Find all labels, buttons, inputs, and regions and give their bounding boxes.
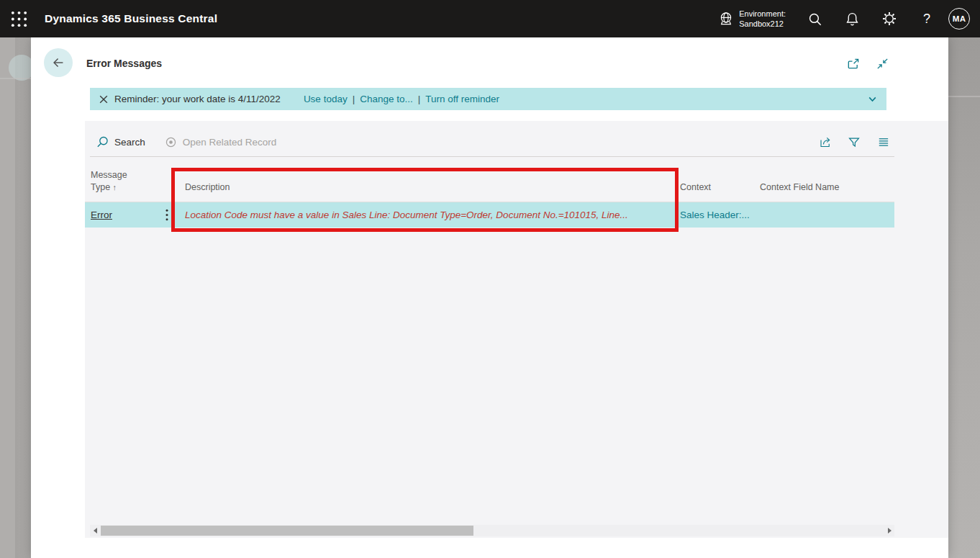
list-toolbar: Search Open Related Record xyxy=(90,131,894,153)
user-avatar[interactable]: MA xyxy=(948,8,970,30)
column-header-context-field-name[interactable]: Context Field Name xyxy=(760,182,839,192)
column-header-message-type[interactable]: Message xyxy=(91,170,127,180)
help-icon[interactable]: ? xyxy=(908,0,945,37)
row-more-options-icon[interactable] xyxy=(165,202,168,228)
page-window-controls xyxy=(846,57,889,71)
table-header: Message Type ↑ Description Context Conte… xyxy=(85,157,894,202)
separator: | xyxy=(418,94,421,104)
share-icon[interactable] xyxy=(819,135,832,149)
backdrop-ghost-line xyxy=(0,78,31,79)
back-button[interactable] xyxy=(44,48,73,77)
backdrop-right xyxy=(948,37,980,558)
open-related-record-button[interactable]: Open Related Record xyxy=(164,135,277,149)
environment-globe-icon xyxy=(718,11,734,27)
filter-icon[interactable] xyxy=(848,135,861,149)
page-title: Error Messages xyxy=(86,58,162,69)
context-cell[interactable]: Sales Header:... xyxy=(680,202,750,228)
environment-button[interactable]: Environment: Sandbox212 xyxy=(718,9,786,30)
use-today-link[interactable]: Use today xyxy=(304,94,348,104)
collapse-window-icon[interactable] xyxy=(876,57,889,71)
app-launcher-icon[interactable] xyxy=(0,0,37,37)
column-header-message-type-line2[interactable]: Type ↑ xyxy=(91,182,117,192)
error-messages-page: Error Messages xyxy=(31,37,948,558)
related-record-icon xyxy=(164,135,178,149)
error-description-cell[interactable]: Location Code must have a value in Sales… xyxy=(185,202,628,228)
topbar-actions: Environment: Sandbox212 xyxy=(718,0,980,37)
app-title[interactable]: Dynamics 365 Business Central xyxy=(45,12,217,25)
scrollbar-thumb[interactable] xyxy=(101,526,473,536)
settings-gear-icon[interactable] xyxy=(871,0,908,37)
backdrop-ghost-line-right xyxy=(948,96,980,97)
environment-name: Sandbox212 xyxy=(739,19,786,29)
screen: Dynamics 365 Business Central Environmen… xyxy=(0,0,980,558)
open-in-new-window-icon[interactable] xyxy=(846,57,860,71)
scroll-left-arrow-icon[interactable] xyxy=(90,525,100,536)
change-to-link[interactable]: Change to... xyxy=(360,94,413,104)
table-row[interactable]: Error Location Code must have a value in… xyxy=(85,202,894,228)
search-icon[interactable] xyxy=(796,0,833,37)
turn-off-reminder-link[interactable]: Turn off reminder xyxy=(425,94,499,104)
separator: | xyxy=(353,94,355,104)
close-icon[interactable] xyxy=(99,94,109,104)
choose-columns-list-icon[interactable] xyxy=(876,135,890,149)
top-app-bar: Dynamics 365 Business Central Environmen… xyxy=(0,0,980,37)
notifications-bell-icon[interactable] xyxy=(833,0,871,37)
list-panel: Search Open Related Record xyxy=(85,121,948,538)
list-search-button[interactable]: Search xyxy=(96,135,145,149)
message-type-link[interactable]: Error xyxy=(91,210,112,220)
column-header-context[interactable]: Context xyxy=(680,182,711,192)
backdrop-left xyxy=(0,37,31,558)
search-icon xyxy=(96,135,109,149)
chevron-down-icon[interactable] xyxy=(867,94,878,104)
environment-label: Environment: xyxy=(739,9,786,19)
horizontal-scrollbar[interactable] xyxy=(90,525,894,536)
reminder-message: Reminder: your work date is 4/11/2022 xyxy=(114,94,281,104)
back-arrow-icon xyxy=(50,55,66,71)
sort-ascending-icon: ↑ xyxy=(113,183,117,192)
workdate-reminder-bar: Reminder: your work date is 4/11/2022 Us… xyxy=(90,88,886,110)
scroll-right-arrow-icon[interactable] xyxy=(884,525,894,536)
column-header-description[interactable]: Description xyxy=(185,182,230,192)
